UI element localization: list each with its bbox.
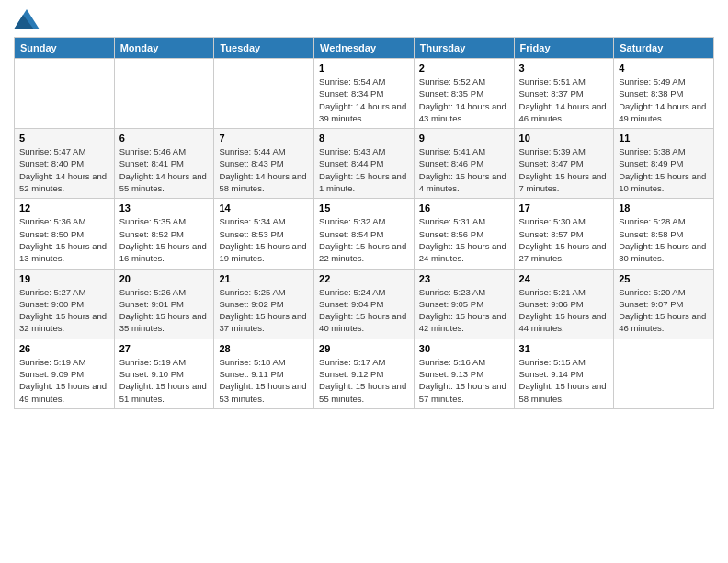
day-number: 4 <box>619 63 709 74</box>
day-number: 16 <box>419 202 509 213</box>
day-info: Sunrise: 5:27 AMSunset: 9:00 PMDaylight:… <box>19 286 109 335</box>
day-info: Sunrise: 5:54 AMSunset: 8:34 PMDaylight:… <box>319 75 409 124</box>
calendar-day-cell: 23Sunrise: 5:23 AMSunset: 9:05 PMDayligh… <box>414 269 514 339</box>
day-number: 24 <box>519 273 609 284</box>
page: SundayMondayTuesdayWednesdayThursdayFrid… <box>0 0 728 563</box>
calendar-day-cell: 16Sunrise: 5:31 AMSunset: 8:56 PMDayligh… <box>414 199 514 269</box>
day-number: 26 <box>19 343 109 354</box>
calendar-day-cell <box>15 59 115 129</box>
day-number: 7 <box>219 132 309 144</box>
day-number: 1 <box>319 63 409 74</box>
logo <box>14 9 43 29</box>
day-info: Sunrise: 5:30 AMSunset: 8:57 PMDaylight:… <box>519 215 609 264</box>
day-number: 11 <box>619 132 709 144</box>
day-number: 23 <box>419 273 509 284</box>
weekday-header: Wednesday <box>314 38 415 59</box>
day-info: Sunrise: 5:41 AMSunset: 8:46 PMDaylight:… <box>419 145 509 194</box>
day-info: Sunrise: 5:23 AMSunset: 9:05 PMDaylight:… <box>419 286 509 335</box>
day-number: 31 <box>519 343 609 354</box>
calendar-day-cell: 25Sunrise: 5:20 AMSunset: 9:07 PMDayligh… <box>614 269 714 339</box>
day-number: 12 <box>19 202 109 213</box>
calendar-day-cell: 8Sunrise: 5:43 AMSunset: 8:44 PMDaylight… <box>314 129 415 199</box>
calendar-day-cell: 29Sunrise: 5:17 AMSunset: 9:12 PMDayligh… <box>314 339 415 408</box>
day-info: Sunrise: 5:21 AMSunset: 9:06 PMDaylight:… <box>519 286 609 335</box>
day-info: Sunrise: 5:18 AMSunset: 9:11 PMDaylight:… <box>219 356 309 405</box>
weekday-header-row: SundayMondayTuesdayWednesdayThursdayFrid… <box>15 38 714 59</box>
calendar-day-cell: 11Sunrise: 5:38 AMSunset: 8:49 PMDayligh… <box>614 129 714 199</box>
day-info: Sunrise: 5:31 AMSunset: 8:56 PMDaylight:… <box>419 215 509 264</box>
weekday-header: Thursday <box>414 38 514 59</box>
day-number: 5 <box>19 132 109 144</box>
day-number: 2 <box>419 63 509 74</box>
day-number: 27 <box>119 343 210 354</box>
day-info: Sunrise: 5:44 AMSunset: 8:43 PMDaylight:… <box>219 145 309 194</box>
calendar-day-cell: 13Sunrise: 5:35 AMSunset: 8:52 PMDayligh… <box>114 199 214 269</box>
day-info: Sunrise: 5:17 AMSunset: 9:12 PMDaylight:… <box>319 356 409 405</box>
calendar-day-cell: 3Sunrise: 5:51 AMSunset: 8:37 PMDaylight… <box>514 59 614 129</box>
day-info: Sunrise: 5:35 AMSunset: 8:52 PMDaylight:… <box>119 215 210 264</box>
calendar-week-row: 1Sunrise: 5:54 AMSunset: 8:34 PMDaylight… <box>15 59 714 129</box>
calendar-day-cell: 10Sunrise: 5:39 AMSunset: 8:47 PMDayligh… <box>514 129 614 199</box>
day-number: 15 <box>319 202 409 213</box>
calendar-day-cell: 9Sunrise: 5:41 AMSunset: 8:46 PMDaylight… <box>414 129 514 199</box>
calendar-table: SundayMondayTuesdayWednesdayThursdayFrid… <box>14 37 714 409</box>
day-info: Sunrise: 5:28 AMSunset: 8:58 PMDaylight:… <box>619 215 709 264</box>
calendar-day-cell: 22Sunrise: 5:24 AMSunset: 9:04 PMDayligh… <box>314 269 415 339</box>
calendar-day-cell: 7Sunrise: 5:44 AMSunset: 8:43 PMDaylight… <box>214 129 314 199</box>
day-info: Sunrise: 5:52 AMSunset: 8:35 PMDaylight:… <box>419 75 509 124</box>
calendar-day-cell: 1Sunrise: 5:54 AMSunset: 8:34 PMDaylight… <box>314 59 415 129</box>
weekday-header: Tuesday <box>214 38 314 59</box>
calendar-week-row: 12Sunrise: 5:36 AMSunset: 8:50 PMDayligh… <box>15 199 714 269</box>
calendar-day-cell: 28Sunrise: 5:18 AMSunset: 9:11 PMDayligh… <box>214 339 314 408</box>
calendar-day-cell: 18Sunrise: 5:28 AMSunset: 8:58 PMDayligh… <box>614 199 714 269</box>
day-info: Sunrise: 5:20 AMSunset: 9:07 PMDaylight:… <box>619 286 709 335</box>
day-info: Sunrise: 5:26 AMSunset: 9:01 PMDaylight:… <box>119 286 210 335</box>
day-info: Sunrise: 5:38 AMSunset: 8:49 PMDaylight:… <box>619 145 709 194</box>
calendar-day-cell: 4Sunrise: 5:49 AMSunset: 8:38 PMDaylight… <box>614 59 714 129</box>
day-info: Sunrise: 5:47 AMSunset: 8:40 PMDaylight:… <box>19 145 109 194</box>
day-number: 25 <box>619 273 709 284</box>
day-number: 6 <box>119 132 210 144</box>
calendar-day-cell <box>214 59 314 129</box>
day-number: 3 <box>519 63 609 74</box>
day-number: 9 <box>419 132 509 144</box>
calendar-day-cell <box>114 59 214 129</box>
calendar-day-cell: 26Sunrise: 5:19 AMSunset: 9:09 PMDayligh… <box>15 339 115 408</box>
day-info: Sunrise: 5:34 AMSunset: 8:53 PMDaylight:… <box>219 215 309 264</box>
calendar-day-cell: 5Sunrise: 5:47 AMSunset: 8:40 PMDaylight… <box>15 129 115 199</box>
calendar-day-cell: 14Sunrise: 5:34 AMSunset: 8:53 PMDayligh… <box>214 199 314 269</box>
calendar-day-cell: 24Sunrise: 5:21 AMSunset: 9:06 PMDayligh… <box>514 269 614 339</box>
day-info: Sunrise: 5:19 AMSunset: 9:10 PMDaylight:… <box>119 356 210 405</box>
calendar-day-cell: 20Sunrise: 5:26 AMSunset: 9:01 PMDayligh… <box>114 269 214 339</box>
day-number: 10 <box>519 132 609 144</box>
day-number: 18 <box>619 202 709 213</box>
day-number: 19 <box>19 273 109 284</box>
day-number: 30 <box>419 343 509 354</box>
day-number: 21 <box>219 273 309 284</box>
calendar-day-cell: 15Sunrise: 5:32 AMSunset: 8:54 PMDayligh… <box>314 199 415 269</box>
header <box>14 9 714 29</box>
day-number: 20 <box>119 273 210 284</box>
calendar-week-row: 5Sunrise: 5:47 AMSunset: 8:40 PMDaylight… <box>15 129 714 199</box>
day-number: 17 <box>519 202 609 213</box>
day-info: Sunrise: 5:25 AMSunset: 9:02 PMDaylight:… <box>219 286 309 335</box>
weekday-header: Monday <box>114 38 214 59</box>
calendar-day-cell: 27Sunrise: 5:19 AMSunset: 9:10 PMDayligh… <box>114 339 214 408</box>
day-info: Sunrise: 5:24 AMSunset: 9:04 PMDaylight:… <box>319 286 409 335</box>
weekday-header: Sunday <box>15 38 115 59</box>
day-info: Sunrise: 5:36 AMSunset: 8:50 PMDaylight:… <box>19 215 109 264</box>
day-info: Sunrise: 5:46 AMSunset: 8:41 PMDaylight:… <box>119 145 210 194</box>
calendar-day-cell: 2Sunrise: 5:52 AMSunset: 8:35 PMDaylight… <box>414 59 514 129</box>
weekday-header: Saturday <box>614 38 714 59</box>
day-info: Sunrise: 5:39 AMSunset: 8:47 PMDaylight:… <box>519 145 609 194</box>
calendar-day-cell: 31Sunrise: 5:15 AMSunset: 9:14 PMDayligh… <box>514 339 614 408</box>
logo-icon <box>14 9 40 29</box>
calendar-day-cell: 19Sunrise: 5:27 AMSunset: 9:00 PMDayligh… <box>15 269 115 339</box>
day-number: 29 <box>319 343 409 354</box>
day-info: Sunrise: 5:15 AMSunset: 9:14 PMDaylight:… <box>519 356 609 405</box>
calendar-day-cell: 6Sunrise: 5:46 AMSunset: 8:41 PMDaylight… <box>114 129 214 199</box>
calendar-week-row: 26Sunrise: 5:19 AMSunset: 9:09 PMDayligh… <box>15 339 714 408</box>
calendar-day-cell: 21Sunrise: 5:25 AMSunset: 9:02 PMDayligh… <box>214 269 314 339</box>
day-info: Sunrise: 5:51 AMSunset: 8:37 PMDaylight:… <box>519 75 609 124</box>
calendar-day-cell: 30Sunrise: 5:16 AMSunset: 9:13 PMDayligh… <box>414 339 514 408</box>
